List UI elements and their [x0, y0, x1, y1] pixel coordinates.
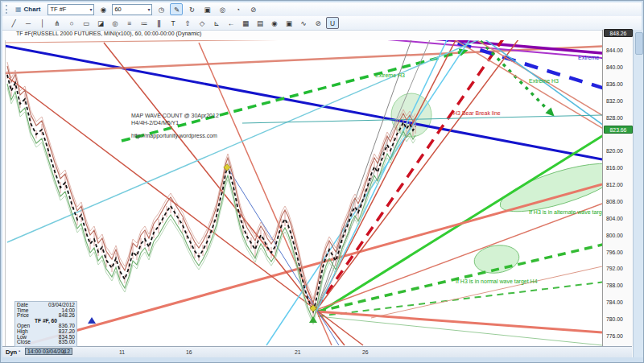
chart-window-icon: ▦ [15, 6, 22, 13]
price-axis-label: 788.00 [606, 283, 623, 288]
ellipse-tool[interactable]: ○ [65, 17, 78, 29]
alert-icon[interactable]: ◔ [231, 3, 244, 15]
main-toolbar: ▦ Chart TF #F ▾ ◉ 60 ▾ ◷✎↻▣◎◔⊘ [2, 2, 642, 17]
chart-tab-label[interactable]: Chart [24, 6, 41, 13]
refresh-icon[interactable]: ↻ [185, 3, 198, 15]
chevron-down-icon: ▾ [89, 6, 92, 12]
bars-tool[interactable]: ▤ [254, 17, 266, 29]
alt-target-green-line [318, 130, 602, 313]
trend-line-tool[interactable]: ╱ [7, 17, 20, 29]
price-axis-label: 816.00 [606, 165, 623, 171]
data-panel-label: Close [17, 340, 31, 345]
price-axis-label: 820.00 [606, 148, 623, 154]
price-axis-label: 812.00 [606, 182, 623, 188]
time-axis-label: 4 [62, 349, 65, 355]
time-axis-label: 16 [186, 349, 192, 355]
chevron-down-icon: ▾ [147, 6, 150, 12]
interval-combo[interactable]: 60 ▾ [112, 4, 152, 15]
chart-annotation: MAP WAVE COUNT @ 30Apr2012 [131, 113, 219, 119]
arrow-left-tool[interactable]: ← [225, 17, 237, 29]
chart-window: ▦ Chart TF #F ▾ ◉ 60 ▾ ◷✎↻▣◎◔⊘ ╱─│⋔○▭◪◎≡… [0, 0, 644, 363]
price-axis-label: 796.00 [606, 250, 623, 255]
chart-title: TF #F(RUSSELL 2000 FUTURES, MINI(x100), … [5, 31, 599, 40]
interval-value: 60 [114, 6, 121, 13]
price-axis-label: 828.00 [606, 115, 623, 121]
price-axis-label: 844.00 [606, 47, 623, 53]
symbol-value: TF #F [50, 6, 66, 13]
eye-tool[interactable]: ◉ [268, 17, 281, 29]
cursor-price-tag: 848.26 [604, 29, 633, 37]
status-bar: Dyn ▪ 14:00 03/04/2012 411162126 [2, 346, 632, 358]
rectangle-tool[interactable]: ▭ [80, 17, 93, 29]
extreme-h3-right-dot-arrowhead [545, 108, 557, 120]
fib-circle-tool[interactable]: ◎ [109, 17, 122, 29]
toolbar-icon-group: ◷✎↻▣◎◔⊘ [155, 3, 259, 15]
snapshot-icon[interactable]: ▣ [200, 3, 213, 15]
last-price-tag: 823.66 [604, 126, 633, 134]
pitchfork-tool[interactable]: ⋔ [51, 17, 64, 29]
brush-tool[interactable]: ◪ [94, 17, 107, 29]
right-scrollbar[interactable] [633, 30, 643, 357]
symbol-lookup-icon[interactable]: ◉ [97, 3, 109, 15]
scrollbar-thumb[interactable] [635, 32, 643, 55]
upper-outer-band [7, 62, 415, 299]
price-axis-label: 840.00 [606, 64, 623, 70]
data-panel-label: TF #F, 60 [35, 319, 57, 324]
upper-band [7, 66, 415, 303]
pencil-icon[interactable]: ✎ [170, 3, 183, 15]
data-panel-row: Close835.00 [17, 340, 75, 345]
data-panel-value: 835.00 [59, 340, 75, 345]
time-axis-label: 21 [295, 349, 301, 355]
toolbar-grip[interactable] [6, 5, 11, 14]
attach-tool[interactable]: ⊘ [312, 17, 324, 29]
price-axis-label: 792.00 [606, 266, 623, 271]
trend-angle-tool[interactable]: ⊾ [210, 17, 223, 29]
clock-icon[interactable]: ◷ [155, 3, 167, 15]
purple-line-1 [270, 40, 602, 54]
grid-tool[interactable]: ▦ [239, 17, 252, 29]
vertical-line-tool[interactable]: │ [36, 17, 49, 29]
salmon-bottom-line [316, 311, 602, 332]
data-panel-label: Price [17, 313, 29, 319]
price-axis-label: 784.00 [606, 299, 623, 305]
time-axis-label: 11 [119, 349, 125, 355]
time-axis-label: 26 [362, 349, 369, 355]
blue-up-triangle-marker [88, 317, 96, 324]
indicator-icon[interactable]: ◎ [216, 3, 229, 15]
cyan-steep-line-2 [266, 40, 484, 345]
wave-tool[interactable]: ∿ [297, 17, 310, 29]
chart-annotation: H4/4H-2/D4/M5/Y1 [131, 120, 179, 126]
price-axis[interactable]: 848.26 823.66 844.00840.00836.00832.0082… [602, 30, 634, 346]
stamp-tool[interactable]: ▣ [283, 17, 295, 29]
price-axis-label: 800.00 [606, 233, 623, 238]
underline-tool[interactable]: U [326, 17, 339, 29]
drawing-toolbar: ╱─│⋔○▭◪◎≡≔|||T⇧◇⊾←▦▤◉▣∿⊘U [2, 16, 642, 31]
salmon-upper-flat-line [5, 40, 602, 43]
data-panel: Date03/04/2012Time14:00Price848.26TF #F,… [14, 301, 77, 347]
symbol-combo[interactable]: TF #F ▾ [47, 4, 94, 15]
chart-annotation: If H3 is in alternate wave target H4 [529, 209, 602, 216]
price-axis-label: 808.00 [606, 199, 623, 204]
fib-retracement-tool[interactable]: ≡ [123, 17, 136, 29]
fib-timezone-tool[interactable]: ||| [152, 17, 165, 29]
price-axis-label: 780.00 [606, 316, 623, 322]
chart-annotation: Extreme H3 [375, 72, 405, 78]
price-axis-label: 836.00 [606, 81, 623, 87]
red-fan-right-2 [316, 40, 468, 310]
chart-annotation: http://mapportunity.wordpress.com [131, 133, 217, 139]
link-icon[interactable]: ⊘ [246, 3, 259, 15]
chart-annotation: H3 Bear Break line [453, 110, 501, 116]
dyn-mode-label[interactable]: Dyn [6, 349, 17, 356]
horizontal-line-tool[interactable]: ─ [22, 17, 35, 29]
gray-steep-line-2 [316, 40, 440, 310]
pin-icon[interactable]: ▪ [19, 349, 20, 353]
data-panel-value: 848.26 [59, 313, 75, 319]
text-tool[interactable]: T [167, 17, 180, 29]
anchor-tool[interactable]: ◇ [196, 17, 208, 29]
cursor-time-tag: 14:00 03/04/2012 [25, 348, 72, 355]
arrow-marker-tool[interactable]: ⇧ [181, 17, 194, 29]
cyan-desc-line [452, 40, 602, 130]
price-axis-label: 776.00 [606, 333, 623, 339]
fib-expansion-tool[interactable]: ≔ [138, 17, 151, 29]
chart-plot-area[interactable]: MAP WAVE COUNT @ 30Apr2012H4/4H-2/D4/M5/… [5, 40, 602, 346]
